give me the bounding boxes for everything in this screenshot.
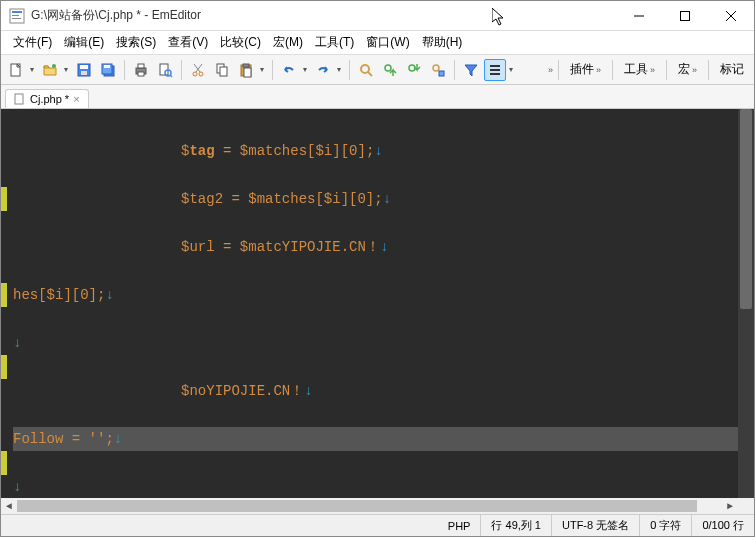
file-icon — [14, 93, 26, 105]
tab-label: Cj.php * — [30, 93, 69, 105]
find-prev-button[interactable] — [379, 59, 401, 81]
status-language[interactable]: PHP — [438, 515, 482, 536]
panel-plugins[interactable]: 插件» — [564, 59, 607, 80]
separator — [181, 60, 182, 80]
svg-rect-17 — [138, 64, 144, 68]
svg-rect-1 — [12, 11, 22, 13]
svg-point-35 — [433, 65, 439, 71]
paste-button[interactable] — [235, 59, 257, 81]
new-button[interactable] — [5, 59, 27, 81]
undo-button[interactable] — [278, 59, 300, 81]
svg-point-22 — [193, 72, 197, 76]
code-area[interactable]: $tag = $matches[$i][0];↓ $tag2 = $matche… — [13, 109, 738, 498]
status-position[interactable]: 行 49,列 1 — [481, 515, 552, 536]
menu-macro[interactable]: 宏(M) — [267, 31, 309, 54]
menu-search[interactable]: 搜索(S) — [110, 31, 162, 54]
toolbar: ▾ ▾ ▾ ▾ ▾ ▾ » 插件» 工具» 宏» 标记 — [1, 55, 754, 85]
cut-button[interactable] — [187, 59, 209, 81]
scrollbar-thumb[interactable] — [740, 109, 752, 309]
scroll-right-icon[interactable]: ► — [722, 498, 738, 514]
scroll-corner — [738, 498, 754, 514]
svg-rect-15 — [104, 65, 110, 68]
svg-rect-18 — [138, 72, 144, 76]
svg-rect-12 — [81, 71, 87, 75]
menu-help[interactable]: 帮助(H) — [416, 31, 469, 54]
gutter — [1, 109, 11, 498]
status-chars: 0 字符 — [640, 515, 692, 536]
print-button[interactable] — [130, 59, 152, 81]
toolbar-overflow[interactable]: » — [548, 65, 553, 75]
tabbar: Cj.php * × — [1, 85, 754, 109]
separator — [124, 60, 125, 80]
open-button[interactable] — [39, 59, 61, 81]
panel-macro[interactable]: 宏» — [672, 59, 703, 80]
separator — [272, 60, 273, 80]
svg-rect-3 — [12, 18, 21, 19]
separator — [612, 60, 613, 80]
separator — [558, 60, 559, 80]
window-controls — [616, 1, 754, 31]
copy-button[interactable] — [211, 59, 233, 81]
scrollbar-vertical[interactable] — [738, 109, 754, 498]
svg-point-31 — [361, 65, 369, 73]
print-preview-button[interactable] — [154, 59, 176, 81]
maximize-button[interactable] — [662, 1, 708, 31]
panel-marker[interactable]: 标记 — [714, 59, 750, 80]
replace-button[interactable] — [427, 59, 449, 81]
menu-window[interactable]: 窗口(W) — [360, 31, 415, 54]
new-dropdown[interactable]: ▾ — [27, 65, 37, 74]
minimize-button[interactable] — [616, 1, 662, 31]
svg-line-21 — [170, 75, 172, 77]
scrollbar-horizontal[interactable]: ◄ ► — [1, 498, 738, 514]
app-icon — [9, 8, 25, 24]
save-all-button[interactable] — [97, 59, 119, 81]
find-next-button[interactable] — [403, 59, 425, 81]
save-button[interactable] — [73, 59, 95, 81]
scroll-left-icon[interactable]: ◄ — [1, 498, 17, 514]
menu-edit[interactable]: 编辑(E) — [58, 31, 110, 54]
svg-point-33 — [385, 65, 391, 71]
svg-rect-30 — [244, 68, 251, 77]
tab-close-icon[interactable]: × — [73, 93, 79, 105]
editor[interactable]: $tag = $matches[$i][0];↓ $tag2 = $matche… — [1, 109, 754, 514]
window-title: G:\网站备份\Cj.php * - EmEditor — [31, 7, 616, 24]
menu-file[interactable]: 文件(F) — [7, 31, 58, 54]
svg-rect-36 — [439, 71, 444, 76]
filter-button[interactable] — [460, 59, 482, 81]
svg-rect-11 — [80, 65, 88, 69]
status-lines: 0/100 行 — [692, 515, 754, 536]
svg-rect-27 — [220, 67, 227, 76]
status-encoding[interactable]: UTF-8 无签名 — [552, 515, 640, 536]
svg-line-32 — [368, 72, 372, 76]
menu-compare[interactable]: 比较(C) — [214, 31, 267, 54]
open-dropdown[interactable]: ▾ — [61, 65, 71, 74]
svg-rect-2 — [12, 15, 19, 16]
menu-view[interactable]: 查看(V) — [162, 31, 214, 54]
svg-rect-5 — [681, 11, 690, 20]
redo-dropdown[interactable]: ▾ — [334, 65, 344, 74]
separator — [666, 60, 667, 80]
paste-dropdown[interactable]: ▾ — [257, 65, 267, 74]
menu-tools[interactable]: 工具(T) — [309, 31, 360, 54]
tab-cj-php[interactable]: Cj.php * × — [5, 89, 89, 108]
undo-dropdown[interactable]: ▾ — [300, 65, 310, 74]
separator — [454, 60, 455, 80]
separator — [349, 60, 350, 80]
close-button[interactable] — [708, 1, 754, 31]
wrap-dropdown[interactable]: ▾ — [506, 65, 516, 74]
svg-point-23 — [199, 72, 203, 76]
statusbar: PHP 行 49,列 1 UTF-8 无签名 0 字符 0/100 行 — [1, 514, 754, 536]
separator — [708, 60, 709, 80]
svg-point-9 — [52, 64, 56, 68]
redo-button[interactable] — [312, 59, 334, 81]
titlebar: G:\网站备份\Cj.php * - EmEditor — [1, 1, 754, 31]
wrap-button[interactable] — [484, 59, 506, 81]
panel-tools[interactable]: 工具» — [618, 59, 661, 80]
find-button[interactable] — [355, 59, 377, 81]
svg-rect-29 — [243, 64, 249, 67]
scrollbar-thumb[interactable] — [17, 500, 697, 512]
menubar: 文件(F) 编辑(E) 搜索(S) 查看(V) 比较(C) 宏(M) 工具(T)… — [1, 31, 754, 55]
